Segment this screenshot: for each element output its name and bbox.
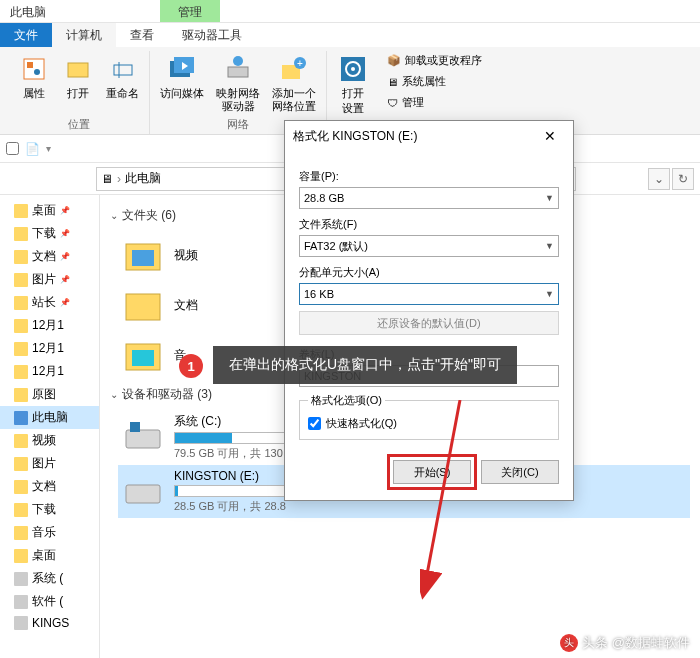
tree-item-label: 软件 ( [32,593,63,610]
tree-item[interactable]: KINGS [0,613,99,633]
tab-file[interactable]: 文件 [0,23,52,47]
tab-view[interactable]: 查看 [116,23,168,47]
chevron-down-icon: ▼ [545,193,554,203]
chevron-down-icon: ▼ [545,289,554,299]
svg-rect-1 [27,62,33,68]
tree-item[interactable]: 图片📌 [0,268,99,291]
tab-computer[interactable]: 计算机 [52,23,116,47]
refresh-button[interactable]: ↻ [672,168,694,190]
close-button[interactable]: 关闭(C) [481,460,559,484]
ribbon-properties-label: 属性 [23,87,45,100]
svg-rect-20 [132,300,154,316]
tree-item[interactable]: 原图 [0,383,99,406]
folder-icon [14,250,28,264]
tree-item[interactable]: 桌面 [0,544,99,567]
rename-icon [107,53,139,85]
ribbon-addloc-label: 添加一个 网络位置 [272,87,316,113]
restore-defaults-button[interactable]: 还原设备的默认值(D) [299,311,559,335]
tree-item-label: 下载 [32,225,56,242]
drive-icon [14,595,28,609]
ribbon-mapnet-label: 映射网络 驱动器 [216,87,260,113]
folder-name: 文档 [174,297,198,314]
tree-item[interactable]: 12月1 [0,360,99,383]
drive-icon [14,616,28,630]
folder-icon [14,480,28,494]
tree-item[interactable]: 12月1 [0,337,99,360]
tree-item[interactable]: 站长📌 [0,291,99,314]
media-icon [166,53,198,85]
ribbon-media[interactable]: 访问媒体 [158,51,206,102]
folder-icon [122,234,164,276]
close-button[interactable]: ✕ [535,128,565,144]
folder-icon [14,227,28,241]
nav-dd-button[interactable]: ⌄ [648,168,670,190]
ribbon-open[interactable]: 打开 [60,51,96,102]
folder-icon [14,365,28,379]
tree-item-label: 文档 [32,248,56,265]
filesystem-select[interactable]: FAT32 (默认)▼ [299,235,559,257]
svg-rect-4 [114,65,132,75]
tree-item-label: 下载 [32,501,56,518]
start-button[interactable]: 开始(S) [393,460,471,484]
folder-icon [14,457,28,471]
allocunit-label: 分配单元大小(A) [299,265,559,280]
dialog-title: 格式化 KINGSTON (E:) [293,128,417,145]
ribbon-rename-label: 重命名 [106,87,139,100]
allocunit-select[interactable]: 16 KB▼ [299,283,559,305]
capacity-select[interactable]: 28.8 GB▼ [299,187,559,209]
ribbon-uninstall[interactable]: 📦卸载或更改程序 [385,51,484,70]
tree-item-label: 系统 ( [32,570,63,587]
tree-item-label: 视频 [32,432,56,449]
svg-rect-18 [132,250,154,266]
pin-icon: 📌 [60,252,70,261]
ribbon-rename[interactable]: 重命名 [104,51,141,102]
tree-item[interactable]: 系统 ( [0,567,99,590]
filesystem-label: 文件系统(F) [299,217,559,232]
watermark-icon: 头 [560,634,578,652]
open-icon [62,53,94,85]
tree-item[interactable]: 文档 [0,475,99,498]
ribbon-sysprops[interactable]: 🖥系统属性 [385,72,484,91]
folder-name: 视频 [174,247,198,264]
format-options-group: 格式化选项(O) 快速格式化(Q) [299,393,559,440]
tree-item[interactable]: 图片 [0,452,99,475]
qa-dropdown-icon[interactable]: ▾ [46,143,51,154]
folder-icon [14,342,28,356]
ribbon-properties[interactable]: 属性 [16,51,52,102]
tree-item[interactable]: 下载 [0,498,99,521]
format-dialog: 格式化 KINGSTON (E:) ✕ 容量(P): 28.8 GB▼ 文件系统… [284,120,574,501]
pc-small-icon: 🖥 [387,76,398,88]
breadcrumb-root[interactable]: 此电脑 [125,170,161,187]
watermark: 头 头条 @数据蛙软件 [560,634,690,652]
tree-item[interactable]: 视频 [0,429,99,452]
quick-format-checkbox[interactable] [308,417,321,430]
mapnet-icon [222,53,254,85]
pc-icon: 🖥 [101,172,113,186]
drive-icon [14,572,28,586]
ribbon-manage[interactable]: 🛡管理 [385,93,484,112]
svg-point-2 [34,69,40,75]
tree-item[interactable]: 桌面📌 [0,199,99,222]
dialog-titlebar[interactable]: 格式化 KINGSTON (E:) ✕ [285,121,573,151]
tree-item[interactable]: 此电脑 [0,406,99,429]
tab-drivetools[interactable]: 驱动器工具 [168,23,256,47]
tree-item[interactable]: 音乐 [0,521,99,544]
ribbon-mapnet[interactable]: 映射网络 驱动器 [214,51,262,115]
ribbon-addloc[interactable]: + 添加一个 网络位置 [270,51,318,115]
tree-item[interactable]: 12月1 [0,314,99,337]
folder-icon [14,549,28,563]
tree-item[interactable]: 文档📌 [0,245,99,268]
quick-format-check[interactable]: 快速格式化(Q) [308,416,550,431]
ribbon-open2[interactable]: 打开 设置 [335,51,371,117]
drive-sub: 28.5 GB 可用，共 28.8 [174,499,314,514]
tree-item[interactable]: 下载📌 [0,222,99,245]
ribbon-open-label: 打开 [67,87,89,100]
tree-item[interactable]: 软件 ( [0,590,99,613]
ribbon-group-network-label: 网络 [227,115,249,134]
tree-item-label: 桌面 [32,202,56,219]
ribbon-group-location: 属性 打开 重命名 位置 [8,51,150,134]
qa-checkbox[interactable] [6,142,19,155]
svg-rect-22 [132,350,154,366]
folder-icon [14,388,28,402]
ribbon-group-location-label: 位置 [68,115,90,134]
